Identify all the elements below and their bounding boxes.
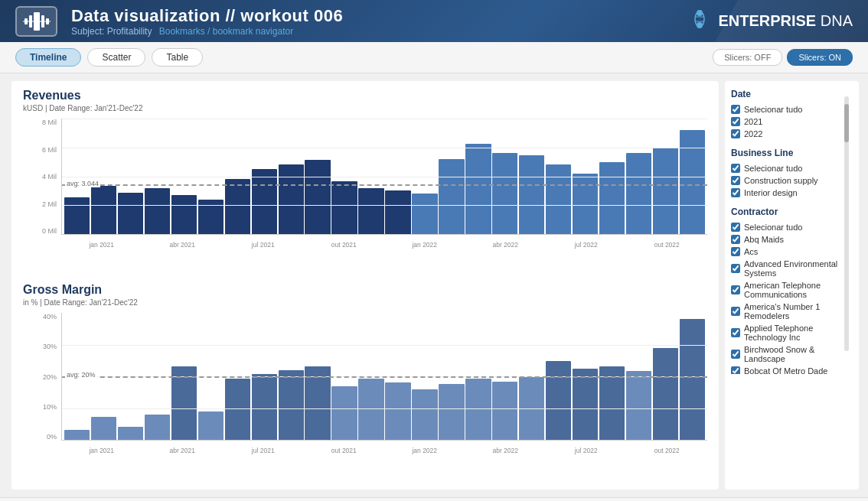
- x-label-jul22: jul 2022: [546, 241, 627, 249]
- avg-label: avg: 3.044: [65, 180, 100, 187]
- gm-bar24: [680, 319, 705, 440]
- bar-r20: [573, 174, 598, 234]
- revenues-chart-container: 8 Mil 6 Mil 4 Mil 2 Mil 0 Mil: [23, 119, 707, 268]
- contractor-item-4[interactable]: American Telephone Communications: [731, 279, 853, 301]
- date-checkbox-2[interactable]: [731, 129, 740, 138]
- y-label-6mil: 6 Mil: [42, 146, 57, 154]
- gm-y-40: 40%: [43, 313, 57, 320]
- gm-x-jul22: jul 2022: [546, 447, 627, 454]
- bar-r8: [252, 169, 277, 234]
- date-label-0: Selecionar tudo: [744, 105, 802, 114]
- date-item-1[interactable]: 2021: [731, 115, 853, 128]
- date-item-2[interactable]: 2022: [731, 128, 853, 140]
- contractor-item-1[interactable]: Abq Maids: [731, 233, 853, 246]
- slicer-on-button[interactable]: Slicers: ON: [787, 49, 853, 66]
- gm-y-20: 20%: [43, 373, 57, 381]
- bar-r23: [653, 148, 678, 234]
- bar-r14: [412, 194, 437, 234]
- gm-grid3: [62, 408, 707, 409]
- bl-checkbox-1[interactable]: [731, 176, 740, 185]
- gm-y-10: 10%: [43, 403, 57, 411]
- contractor-cb-3[interactable]: [731, 264, 740, 273]
- gm-y-axis: 40% 30% 20% 10% 0%: [31, 313, 60, 441]
- bar-r17: [492, 153, 517, 234]
- slicer-off-button[interactable]: Slicers: OFF: [713, 49, 782, 66]
- gm-bar4: [145, 415, 170, 440]
- logo-icon: [15, 6, 57, 37]
- gm-bar7: [225, 379, 250, 440]
- date-checkbox-1[interactable]: [731, 117, 740, 126]
- sidebar-scrollbar[interactable]: [844, 96, 849, 351]
- contractor-label-1: Abq Maids: [744, 235, 784, 244]
- bar-r5: [171, 195, 197, 234]
- gm-x-axis: jan 2021 abr 2021 jul 2021 out 2021 jan …: [61, 447, 707, 454]
- contractor-cb-7[interactable]: [731, 350, 740, 359]
- revenues-plot: avg: 3.044: [61, 119, 707, 235]
- revenues-title: Revenues: [23, 89, 707, 102]
- business-line-section-title: Business Line: [731, 148, 853, 158]
- gm-bar13: [385, 382, 410, 440]
- tab-timeline[interactable]: Timeline: [15, 48, 81, 67]
- bl-item-2[interactable]: Interior design: [731, 187, 853, 199]
- gm-bar8: [252, 374, 277, 440]
- gm-bar9: [279, 370, 304, 440]
- gm-bar19: [546, 361, 571, 440]
- x-label-abr21: abr 2021: [142, 241, 224, 249]
- scrollbar-thumb[interactable]: [844, 104, 849, 142]
- date-checkbox-0[interactable]: [731, 105, 740, 114]
- header: Data visualization // workout 006 Subjec…: [0, 0, 868, 42]
- contractor-cb-5[interactable]: [731, 307, 740, 316]
- bar-r12: [358, 188, 383, 234]
- gm-bar15: [439, 384, 464, 440]
- x-label-jul21: jul 2021: [223, 241, 304, 249]
- contractor-item-7[interactable]: Birchwood Snow & Landscape: [731, 343, 853, 365]
- contractor-item-3[interactable]: Advanced Environmental Systems: [731, 258, 853, 279]
- dna-icon: [689, 8, 710, 34]
- bar-r24: [680, 130, 705, 234]
- x-label-jan21: jan 2021: [61, 241, 142, 249]
- main-content: Timeline Scatter Table Slicers: OFF Slic…: [0, 42, 868, 497]
- grossmargin-subtitle: in % | Date Range: Jan'21-Dec'22: [23, 298, 707, 307]
- bar-r10: [305, 160, 330, 234]
- contractor-cb-1[interactable]: [731, 235, 740, 244]
- contractor-item-0[interactable]: Selecionar tudo: [731, 221, 853, 233]
- gm-bar12: [358, 379, 383, 440]
- bar-r3: [118, 193, 143, 234]
- contractor-item-2[interactable]: Acs: [731, 246, 853, 258]
- x-label-out21: out 2021: [304, 241, 385, 249]
- gm-x-out22: out 2022: [627, 447, 708, 454]
- contractor-cb-4[interactable]: [731, 285, 740, 294]
- bl-checkbox-2[interactable]: [731, 188, 740, 197]
- contractor-cb-0[interactable]: [731, 223, 740, 232]
- tab-table[interactable]: Table: [152, 48, 203, 67]
- bar-r21: [599, 162, 625, 234]
- contractor-label-5: America's Number 1 Remodelers: [744, 302, 853, 320]
- contractor-label-6: Applied Telephone Technology Inc: [744, 324, 853, 342]
- contractor-item-5[interactable]: America's Number 1 Remodelers: [731, 301, 853, 322]
- gm-bar1: [64, 430, 90, 440]
- gm-bar14: [412, 389, 437, 440]
- y-label-2mil: 2 Mil: [42, 200, 57, 208]
- bar-r19: [546, 164, 571, 234]
- grossmargin-chart-container: 40% 30% 20% 10% 0% avg: 20%: [23, 313, 707, 473]
- gm-avg-line: [62, 376, 707, 378]
- date-item-0[interactable]: Selecionar tudo: [731, 103, 853, 115]
- contractor-cb-6[interactable]: [731, 328, 740, 337]
- contractor-item-8[interactable]: Bobcat Of Metro Dade: [731, 365, 853, 374]
- contractor-list[interactable]: Selecionar tudo Abq Maids Acs Advanced E…: [731, 221, 853, 374]
- bar-r22: [626, 153, 651, 234]
- bl-item-0[interactable]: Selecionar tudo: [731, 162, 853, 174]
- gridline-top: [62, 119, 707, 119]
- bl-label-1: Construction supply: [744, 176, 818, 185]
- revenues-subtitle: kUSD | Date Range: Jan'21-Dec'22: [23, 104, 707, 112]
- gm-x-jan21: jan 2021: [61, 447, 142, 454]
- gm-bar20: [573, 369, 598, 440]
- bl-item-1[interactable]: Construction supply: [731, 174, 853, 187]
- contractor-cb-2[interactable]: [731, 247, 740, 256]
- contractor-item-6[interactable]: Applied Telephone Technology Inc: [731, 322, 853, 343]
- gm-y-0: 0%: [47, 433, 57, 441]
- bl-checkbox-0[interactable]: [731, 164, 740, 173]
- tab-scatter[interactable]: Scatter: [87, 48, 145, 67]
- contractor-cb-8[interactable]: [731, 366, 740, 374]
- date-section-title: Date: [731, 89, 853, 99]
